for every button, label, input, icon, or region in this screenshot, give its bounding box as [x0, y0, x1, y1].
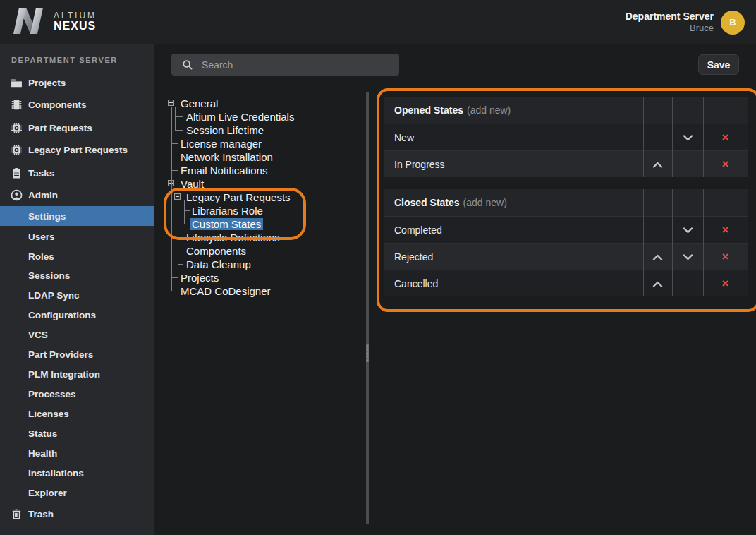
splitter-grip-icon: [366, 344, 369, 362]
tree-item-label: Lifecycle Definitions: [184, 232, 282, 244]
tree-item-mcad-codesigner[interactable]: MCAD CoDesigner: [178, 284, 273, 298]
search-input[interactable]: Search: [171, 54, 399, 76]
tree-connector: [184, 224, 190, 224]
states-section-title: Opened States: [394, 104, 463, 116]
chevron-down-icon: [683, 133, 693, 143]
sidebar-item-configurations[interactable]: Configurations: [0, 305, 154, 325]
states-section-opened-states: Opened States(add new)New×In Progress×: [384, 97, 748, 177]
sidebar-item-components[interactable]: Components: [0, 95, 154, 114]
app-window: ALTIUM NEXUS Department Server Bruce B D…: [0, 0, 756, 535]
tree-item-network-installation[interactable]: Network Installation: [178, 150, 275, 164]
tree-item-general[interactable]: General: [178, 97, 220, 110]
brand-text: ALTIUM NEXUS: [54, 11, 97, 32]
sidebar-item-legacy-part-requests[interactable]: Legacy Part Requests: [0, 140, 154, 160]
search-placeholder: Search: [202, 59, 233, 71]
sidebar-item-health[interactable]: Health: [0, 443, 154, 463]
tree-item-librarians-role[interactable]: Librarians Role: [190, 204, 265, 217]
state-row-new: New×: [384, 124, 748, 150]
sidebar-item-status[interactable]: Status: [0, 423, 154, 443]
tree-connector: [178, 264, 183, 265]
move-up-button[interactable]: [643, 151, 672, 178]
sidebar-item-users[interactable]: Users: [0, 227, 154, 246]
tree-collapse-icon[interactable]: [168, 100, 174, 106]
sidebar-item-label: Settings: [28, 211, 66, 222]
tree-connector: [171, 170, 178, 171]
sidebar-item-sessions[interactable]: Sessions: [0, 265, 154, 285]
tree-item-data-cleanup[interactable]: Data Cleanup: [184, 258, 253, 271]
sidebar-item-part-providers[interactable]: Part Providers: [0, 344, 154, 364]
sidebar-item-licenses[interactable]: Licenses: [0, 404, 154, 423]
sidebar-item-part-requests[interactable]: Part Requests: [0, 118, 154, 138]
trash-icon: [10, 507, 23, 520]
delete-state-button[interactable]: ×: [703, 124, 748, 151]
sidebar-item-label: Roles: [28, 251, 54, 262]
state-name: New: [394, 124, 414, 151]
tree-connector: [171, 143, 178, 144]
tree-item-legacy-part-requests[interactable]: Legacy Part Requests: [184, 191, 293, 204]
sidebar-item-tasks[interactable]: Tasks: [0, 163, 154, 183]
state-row-cancelled: Cancelled×: [384, 270, 748, 296]
tree-item-email-notifications[interactable]: Email Notifications: [178, 164, 269, 177]
tree-item-vault[interactable]: Vault: [178, 177, 206, 191]
move-up-button[interactable]: [643, 244, 672, 270]
sidebar-item-ldap-sync[interactable]: LDAP Sync: [0, 285, 154, 305]
sidebar-item-trash[interactable]: Trash: [0, 504, 154, 524]
delete-state-button[interactable]: ×: [703, 244, 748, 270]
state-name: Rejected: [394, 244, 433, 270]
move-up-button[interactable]: [643, 270, 672, 297]
user-avatar[interactable]: B: [721, 11, 745, 35]
column-divider: [672, 189, 673, 296]
brand-altium: ALTIUM: [54, 11, 97, 20]
tree-item-altium-live-credentials[interactable]: Altium Live Credentials: [184, 110, 296, 124]
tree-connector: [171, 277, 178, 278]
sidebar-item-admin[interactable]: Admin: [0, 185, 154, 205]
tree-item-session-lifetime[interactable]: Session Lifetime: [184, 124, 266, 137]
sidebar-item-roles[interactable]: Roles: [0, 246, 154, 266]
sidebar-item-label: Health: [28, 448, 57, 459]
tree-item-lifecycle-definitions[interactable]: Lifecycle Definitions: [184, 231, 282, 244]
tree-item-projects[interactable]: Projects: [178, 271, 221, 284]
tree-item-label: MCAD CoDesigner: [178, 285, 273, 297]
sidebar-item-settings[interactable]: Settings: [0, 206, 154, 226]
sidebar-item-label: Status: [28, 428, 57, 439]
nexus-logo-icon: [10, 6, 47, 38]
sidebar-item-label: Admin: [28, 190, 58, 200]
top-bar: ALTIUM NEXUS Department Server Bruce B: [0, 0, 756, 44]
sidebar-item-explorer[interactable]: Explorer: [0, 483, 154, 503]
sidebar-item-label: Users: [28, 232, 55, 242]
add-new-state-link[interactable]: (add new): [463, 197, 507, 208]
sidebar-item-projects[interactable]: Projects: [0, 73, 154, 92]
sidebar-header: DEPARTMENT SERVER: [11, 56, 118, 64]
delete-state-button[interactable]: ×: [703, 151, 748, 178]
chevron-up-icon: [652, 252, 663, 263]
user-circle-icon: [10, 188, 23, 201]
tree-connector: [178, 251, 183, 251]
delete-state-button[interactable]: ×: [703, 217, 748, 244]
move-down-button[interactable]: [672, 217, 703, 244]
sidebar-item-vcs[interactable]: VCS: [0, 325, 154, 344]
tree-item-license-manager[interactable]: License manager: [178, 137, 264, 150]
sidebar-item-label: Components: [28, 100, 87, 110]
delete-state-button[interactable]: ×: [703, 270, 748, 297]
column-divider: [703, 189, 704, 296]
tree-item-components[interactable]: Components: [184, 244, 248, 258]
tree-item-label: Projects: [178, 272, 221, 284]
tree-item-label: Data Cleanup: [184, 258, 253, 270]
sidebar-item-processes[interactable]: Processes: [0, 384, 154, 404]
tree-item-label: Altium Live Credentials: [184, 111, 296, 123]
tree-connector: [171, 157, 178, 157]
move-down-button[interactable]: [672, 124, 703, 151]
sidebar-item-installations[interactable]: Installations: [0, 463, 154, 483]
save-button[interactable]: Save: [698, 54, 739, 75]
sidebar-item-plm-integration[interactable]: PLM Integration: [0, 364, 154, 384]
main-content: Search Save GeneralAltium Live Credentia…: [154, 44, 756, 535]
sidebar-item-label: Processes: [28, 389, 76, 399]
sidebar-item-label: Sessions: [28, 270, 70, 281]
signed-in-user: Bruce: [626, 23, 714, 34]
add-new-state-link[interactable]: (add new): [467, 104, 511, 116]
sidebar: DEPARTMENT SERVER ProjectsComponentsPart…: [0, 44, 154, 535]
tree-item-custom-states[interactable]: Custom States: [190, 217, 263, 231]
tree-connector: [171, 291, 178, 291]
panel-splitter[interactable]: [366, 92, 369, 524]
move-down-button[interactable]: [672, 244, 703, 270]
